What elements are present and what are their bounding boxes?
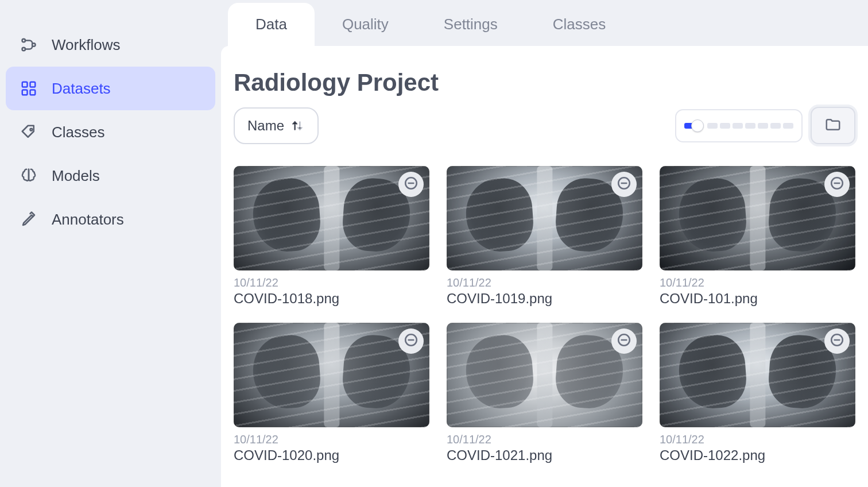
unlabeled-icon bbox=[830, 333, 844, 350]
datasets-icon bbox=[20, 79, 38, 98]
status-badge bbox=[398, 172, 424, 197]
dataset-thumbnail[interactable] bbox=[234, 323, 429, 427]
zoom-segment bbox=[770, 123, 781, 129]
tab-data[interactable]: Data bbox=[228, 3, 315, 46]
zoom-segment bbox=[783, 123, 793, 129]
tabbar: Data Quality Settings Classes bbox=[221, 0, 868, 46]
svg-rect-5 bbox=[22, 90, 28, 95]
sidebar-item-label: Datasets bbox=[52, 80, 111, 98]
sort-arrows-icon bbox=[290, 118, 305, 133]
dataset-item: 10/11/22 COVID-1019.png bbox=[447, 166, 642, 307]
sidebar-item-label: Classes bbox=[52, 123, 104, 141]
folder-view-button[interactable] bbox=[811, 107, 855, 144]
sidebar: Workflows Datasets Classes bbox=[0, 0, 221, 487]
dataset-item-name: COVID-1021.png bbox=[447, 447, 642, 463]
dataset-item-name: COVID-1019.png bbox=[447, 291, 642, 307]
tab-label: Data bbox=[255, 16, 287, 33]
dataset-item: 10/11/22 COVID-1018.png bbox=[234, 166, 429, 307]
dataset-item-date: 10/11/22 bbox=[660, 276, 855, 289]
toolbar: Name bbox=[234, 107, 855, 144]
zoom-segment bbox=[745, 123, 755, 129]
tab-classes[interactable]: Classes bbox=[525, 3, 633, 46]
dataset-item-name: COVID-1018.png bbox=[234, 291, 429, 307]
zoom-segment bbox=[720, 123, 730, 129]
unlabeled-icon bbox=[404, 333, 418, 350]
zoom-thumb bbox=[691, 119, 704, 132]
tab-label: Quality bbox=[342, 16, 389, 33]
dataset-thumbnail[interactable] bbox=[447, 323, 642, 427]
svg-rect-4 bbox=[30, 82, 36, 87]
dataset-thumbnail[interactable] bbox=[660, 323, 855, 427]
unlabeled-icon bbox=[617, 176, 631, 193]
zoom-segment bbox=[758, 123, 768, 129]
workflow-icon bbox=[20, 36, 38, 54]
sidebar-item-annotators[interactable]: Annotators bbox=[6, 198, 215, 241]
main-panel: Data Quality Settings Classes Radiology … bbox=[221, 0, 868, 487]
dataset-item-date: 10/11/22 bbox=[234, 276, 429, 289]
dataset-thumbnail[interactable] bbox=[234, 166, 429, 270]
unlabeled-icon bbox=[404, 176, 418, 193]
zoom-segment bbox=[707, 123, 718, 129]
sidebar-item-label: Models bbox=[52, 167, 100, 185]
page-title: Radiology Project bbox=[234, 69, 855, 96]
folder-icon bbox=[824, 116, 842, 135]
dataset-thumbnail[interactable] bbox=[660, 166, 855, 270]
dataset-item: 10/11/22 COVID-1021.png bbox=[447, 323, 642, 463]
dataset-thumbnail[interactable] bbox=[447, 166, 642, 270]
sidebar-item-workflows[interactable]: Workflows bbox=[6, 23, 215, 67]
dataset-item-date: 10/11/22 bbox=[660, 433, 855, 446]
tab-quality[interactable]: Quality bbox=[315, 3, 416, 46]
tag-icon bbox=[20, 123, 38, 141]
sidebar-item-label: Workflows bbox=[52, 36, 120, 54]
sort-label: Name bbox=[247, 118, 284, 134]
thumbnail-size-slider[interactable] bbox=[675, 109, 803, 142]
dataset-item: 10/11/22 COVID-101.png bbox=[660, 166, 855, 307]
sort-button[interactable]: Name bbox=[234, 107, 319, 144]
dataset-item: 10/11/22 COVID-1022.png bbox=[660, 323, 855, 463]
tab-label: Settings bbox=[444, 16, 498, 33]
dataset-item-date: 10/11/22 bbox=[447, 433, 642, 446]
pen-icon bbox=[20, 210, 38, 229]
svg-rect-6 bbox=[30, 90, 36, 95]
sidebar-item-label: Annotators bbox=[52, 211, 124, 229]
content-area: Radiology Project Name bbox=[221, 46, 868, 487]
dataset-item-date: 10/11/22 bbox=[447, 276, 642, 289]
zoom-segment bbox=[733, 123, 743, 129]
svg-rect-3 bbox=[22, 82, 28, 87]
dataset-item-name: COVID-1022.png bbox=[660, 447, 855, 463]
unlabeled-icon bbox=[617, 333, 631, 350]
toolbar-right bbox=[675, 107, 855, 144]
tab-label: Classes bbox=[553, 16, 606, 33]
app-root: Workflows Datasets Classes bbox=[0, 0, 868, 487]
brain-icon bbox=[20, 167, 38, 185]
svg-point-7 bbox=[30, 129, 33, 131]
sidebar-item-classes[interactable]: Classes bbox=[6, 110, 215, 154]
dataset-item-date: 10/11/22 bbox=[234, 433, 429, 446]
status-badge bbox=[824, 328, 850, 354]
image-grid: 10/11/22 COVID-1018.png 10/11/22 C bbox=[234, 166, 855, 463]
dataset-item-name: COVID-101.png bbox=[660, 291, 855, 307]
status-badge bbox=[398, 328, 424, 354]
sidebar-item-models[interactable]: Models bbox=[6, 154, 215, 198]
sidebar-item-datasets[interactable]: Datasets bbox=[6, 67, 215, 110]
dataset-item: 10/11/22 COVID-1020.png bbox=[234, 323, 429, 463]
status-badge bbox=[611, 328, 637, 354]
dataset-item-name: COVID-1020.png bbox=[234, 447, 429, 463]
unlabeled-icon bbox=[830, 176, 844, 193]
tab-settings[interactable]: Settings bbox=[416, 3, 525, 46]
status-badge bbox=[824, 172, 850, 197]
status-badge bbox=[611, 172, 637, 197]
